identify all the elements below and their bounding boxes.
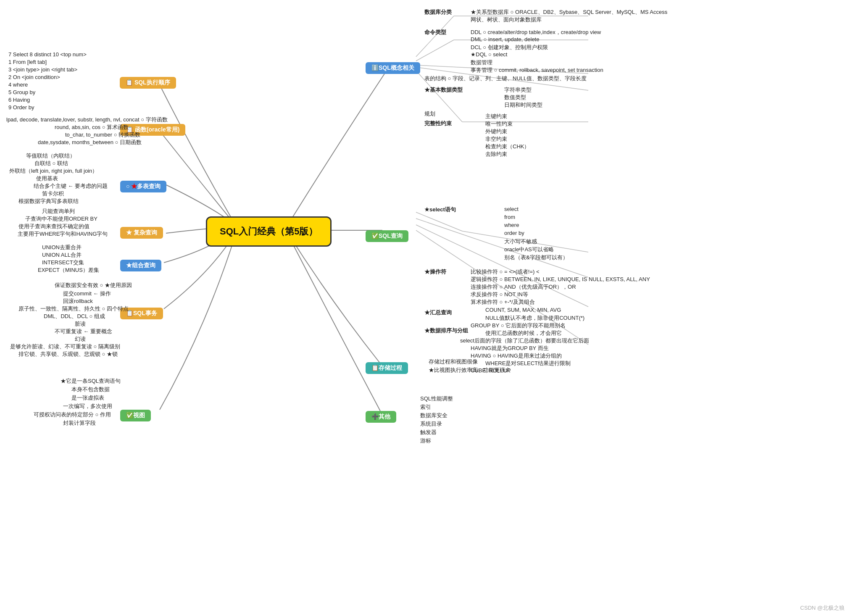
branch-subquery: ★ 复杂查询 xyxy=(120,227,163,239)
leaf-dt-str: 字符串类型 xyxy=(504,86,532,94)
leaf-view-4: 一次编写，多次使用 xyxy=(63,403,112,410)
leaf-func-1: lpad, decode, translate,lover, substr, l… xyxy=(6,116,168,124)
leaf-oth-4: 系统目录 xyxy=(420,420,442,428)
leaf-view-2: 本身不包含数据 xyxy=(71,386,110,393)
leaf-sg-hv2: HAVING ○ HAVING是用来过滤分组的 xyxy=(471,352,562,360)
leaf-tx-4: 原子性、一致性、隔离性、持久性 ○ 四个特点 xyxy=(18,305,129,313)
leaf-exec-3: 3 <join type> join <right tab> xyxy=(8,66,77,73)
leaf-multi-7: 根据数据字典写多表联结 xyxy=(18,197,79,205)
leaf-gq-1: UNION去重合并 xyxy=(42,244,82,251)
leaf-func-2: round, abs,sin, cos ○ 算术函数 xyxy=(55,124,129,131)
leaf-oth-6: 游标 xyxy=(420,437,431,445)
leaf-operators: ★操作符 xyxy=(424,268,446,276)
center-node: SQL入门经典（第5版） xyxy=(206,216,332,247)
svg-line-8 xyxy=(416,212,462,231)
leaf-op-arith: 算术操作符 ○ +-*/及其组合 xyxy=(471,298,535,306)
leaf-agg-1: COUNT, SUM, MAX, MIN, AVG xyxy=(485,307,561,313)
leaf-sg-gb3: select后面的字段（除了汇总函数）都要出现在它后面 xyxy=(460,337,589,345)
leaf-op-not: 求反操作符 ○ NOT IN等 xyxy=(471,291,528,298)
leaf-sel-alias: 别名（表&字段都可以有） xyxy=(504,254,568,261)
leaf-cmd-dml: DML ○ insert, update, delete xyxy=(471,36,539,42)
branch-stored-proc: 📋存储过程 xyxy=(366,362,408,374)
leaf-oth-3: 数据库安全 xyxy=(420,412,448,419)
leaf-cmd-dcl: DCL ○ 创建对象、控制用户权限 xyxy=(471,44,548,51)
mind-map-canvas: SQL入门经典（第5版） 📋 SQL执行顺序 7 Select 8 distin… xyxy=(0,0,853,616)
leaf-op-cmp: 比较操作符 ○ = <>(或者!=) < xyxy=(471,268,540,276)
leaf-tx-3: 回滚rollback xyxy=(63,297,93,305)
leaf-cmd-dm: 数据管理 xyxy=(471,59,492,66)
leaf-multi-6: 笛卡尔积 xyxy=(42,190,64,197)
leaf-sp-2: ★比视图执行效率高、功能更强大 xyxy=(429,366,511,374)
leaf-cmdtype: 命令类型 xyxy=(424,29,446,36)
leaf-sel-case: 大小写不敏感 xyxy=(504,238,537,245)
leaf-sel-from: from xyxy=(504,214,515,220)
leaf-dt-date: 日期和时间类型 xyxy=(504,101,542,109)
leaf-int-nn: 非空约束 xyxy=(485,135,507,143)
svg-line-0 xyxy=(416,16,454,57)
leaf-gq-3: INTERSECT交集 xyxy=(42,259,84,266)
leaf-sub-3: 使用子查询来查找不确定的值 xyxy=(18,223,90,230)
branch-view: ✅视图 xyxy=(120,410,151,421)
leaf-exec-4: 2 On <join condition> xyxy=(8,74,60,80)
leaf-int-fk: 外键约束 xyxy=(485,128,507,135)
leaf-int-pk: 主键约束 xyxy=(485,113,507,120)
svg-line-2 xyxy=(416,40,454,61)
leaf-exec-7: 6 Having xyxy=(8,97,30,103)
leaf-dbcat: 数据库分类 xyxy=(424,8,452,16)
leaf-select-stmt: ★select语句 xyxy=(424,206,456,213)
branch-sql-exec-order: 📋 SQL执行顺序 xyxy=(120,77,176,89)
leaf-sp-1: 存储过程和视图很像 xyxy=(429,358,478,366)
leaf-int-drop: 去除约束 xyxy=(485,150,507,158)
leaf-cmd-dql: ★DQL ○ select xyxy=(471,51,507,58)
branch-others: ➕其他 xyxy=(366,411,396,423)
leaf-agg: ★汇总查询 xyxy=(424,309,452,316)
leaf-sel-1: select xyxy=(504,206,519,212)
branch-sql-query: ✅SQL查询 xyxy=(366,230,408,242)
star-multi: ○ xyxy=(126,183,129,190)
leaf-int-chk: 检查约束（CHK） xyxy=(485,143,529,150)
leaf-cmd-tm: 事务管理 ○ commit, rollback, savepoint, set … xyxy=(471,66,603,74)
leaf-multi-2: 自联结 ○ 联结 xyxy=(34,160,68,167)
leaf-exec-2: 1 From [left tab] xyxy=(8,59,47,65)
leaf-table-struct: 表的结构 ○ 字段、记录、列、主键、NULL值、数据类型、字段长度 xyxy=(424,75,587,82)
leaf-oth-2: 索引 xyxy=(420,403,431,411)
leaf-tx-2: 提交commit ← 操作 xyxy=(63,290,111,297)
leaf-multi-3: 外联结（left join, right join, full join） xyxy=(9,167,97,175)
leaf-exec-6: 5 Group by xyxy=(8,89,35,95)
leaf-sel-as: oracle中AS可以省略 xyxy=(504,246,554,253)
leaf-exec-8: 9 Order by xyxy=(8,104,34,111)
leaf-tx-5: DML、DDL、DCL ○ 组成 xyxy=(44,313,105,320)
leaf-oth-5: 触发器 xyxy=(420,429,437,436)
branch-icon: 📋 xyxy=(126,79,133,86)
leaf-sub-4: 主要用于WHERE字句和HAVING字句 xyxy=(18,230,108,238)
leaf-multi-4: 使用基表 xyxy=(36,175,58,182)
leaf-dt-num: 数值类型 xyxy=(504,94,526,101)
leaf-sg-hv1: HAVING就是为GROUP BY 而生 xyxy=(471,345,549,352)
leaf-view-6: 封装计算字段 xyxy=(63,419,96,427)
leaf-tx-8: 幻读 xyxy=(75,335,86,343)
leaf-op-logic: 逻辑操作符 ○ BETWEEN, IN, LIKE, UNIQUE, IS NU… xyxy=(471,276,650,283)
leaf-sub-2: 子查询中不能使用ORDER BY xyxy=(25,215,97,223)
leaf-multi-1: 等值联结（内联结） xyxy=(26,152,75,160)
leaf-dbcat-1: ★关系型数据库 ○ ORACLE、DB2、Sybase、SQL Server、M… xyxy=(471,8,667,16)
leaf-integrity: 完整性约束 xyxy=(424,120,452,127)
leaf-agg-2: NULL值默认不考虑，除非使用COUNT(*) xyxy=(485,314,584,322)
leaf-sub-1: 只能查询单列 xyxy=(42,208,75,215)
leaf-sel-order: order by xyxy=(504,230,524,236)
leaf-tx-10: 排它锁、共享锁、乐观锁、悲观锁 ○ ★锁 xyxy=(18,350,118,358)
leaf-func-4: date,sysdate, months_between ○ 日期函数 xyxy=(38,139,142,146)
leaf-view-3: 是一张虚拟表 xyxy=(71,394,104,402)
leaf-gq-4: EXPECT（MINUS）差集 xyxy=(38,266,99,274)
leaf-view-5: 可授权访问表的特定部分 ○ 作用 xyxy=(34,411,111,419)
leaf-sel-where: where xyxy=(504,222,519,228)
leaf-multi-5: 结合多个主键 ← 要考虑的问题 xyxy=(34,182,108,190)
leaf-view-1: ★它是一条SQL查询语句 xyxy=(61,377,121,385)
branch-group-query: ★组合查询 xyxy=(120,260,161,271)
leaf-tx-9: 是够允许脏读、幻读、不可重复读 ○ 隔离级别 xyxy=(10,343,120,350)
leaf-tx-1: 保证数据安全有效 ○ ★使用原因 xyxy=(55,282,132,289)
leaf-tx-7: 不可重复读 ← 重要概念 xyxy=(55,328,112,335)
leaf-int-uk: 唯一性约束 xyxy=(485,120,513,128)
leaf-gq-2: UNION ALL合并 xyxy=(42,251,82,259)
leaf-exec-5: 4 where xyxy=(8,82,28,88)
leaf-plan: 规划 xyxy=(424,110,435,118)
